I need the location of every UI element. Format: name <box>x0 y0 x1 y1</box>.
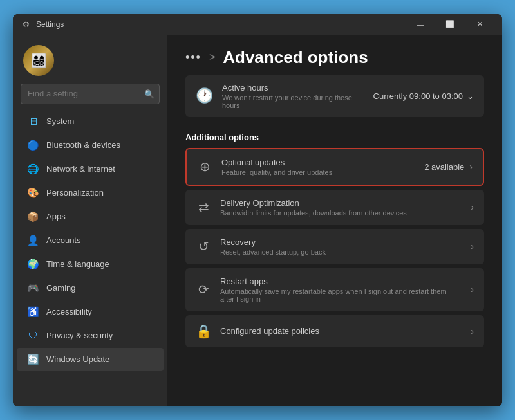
active-hours-chevron: ⌄ <box>467 91 474 101</box>
configured-update-policies-chevron: › <box>471 326 474 336</box>
restart-apps-text: Restart apps Automatically save my resta… <box>220 277 462 303</box>
recovery-subtitle: Reset, advanced startup, go back <box>220 248 462 256</box>
content-area: 👨‍👩‍👧‍👦 🔍 🖥 System 🔵 Bluetooth & devices… <box>13 35 502 406</box>
search-icon: 🔍 <box>144 89 154 98</box>
restart-apps-row[interactable]: ⟳ Restart apps Automatically save my res… <box>185 268 484 311</box>
recovery-text: Recovery Reset, advanced startup, go bac… <box>220 237 462 256</box>
titlebar-title: Settings <box>36 20 64 29</box>
configured-update-policies-title: Configured update policies <box>220 326 462 336</box>
recovery-chevron: › <box>471 241 474 251</box>
sidebar-item-label: System <box>46 116 74 126</box>
active-hours-subtitle: We won't restart your device during thes… <box>222 94 364 109</box>
sidebar-item-bluetooth[interactable]: 🔵 Bluetooth & devices <box>17 134 164 157</box>
sidebar-item-label: Accessibility <box>46 307 92 316</box>
optional-updates-icon: ⊕ <box>197 159 212 174</box>
restart-apps-icon: ⟳ <box>196 282 211 297</box>
optional-updates-row[interactable]: ⊕ Optional updates Feature, quality, and… <box>185 148 484 186</box>
optional-updates-right: 2 available › <box>424 161 473 172</box>
sidebar-item-accessibility[interactable]: ♿ Accessibility <box>17 300 164 324</box>
sidebar-item-label: Time & language <box>46 259 109 269</box>
minimize-button[interactable]: — <box>406 14 435 35</box>
active-hours-row[interactable]: 🕐 Active hours We won't restart your dev… <box>185 75 484 117</box>
sidebar-item-label: Windows Update <box>46 354 109 364</box>
windows-update-icon: 🔄 <box>27 354 39 365</box>
delivery-optimization-title: Delivery Optimization <box>220 198 462 208</box>
sidebar-item-label: Bluetooth & devices <box>46 140 120 150</box>
bluetooth-icon: 🔵 <box>27 140 39 151</box>
page-title: Advanced options <box>223 48 368 68</box>
breadcrumb-arrow: > <box>209 51 215 63</box>
optional-updates-title: Optional updates <box>221 158 415 167</box>
personalization-icon: 🎨 <box>27 187 39 199</box>
delivery-optimization-text: Delivery Optimization Bandwidth limits f… <box>220 198 462 217</box>
titlebar: ⚙ Settings — ⬜ ✕ <box>13 14 502 35</box>
recovery-icon: ↺ <box>196 239 211 254</box>
apps-icon: 📦 <box>27 211 39 223</box>
accounts-icon: 👤 <box>27 235 39 246</box>
main-header: ••• > Advanced options <box>167 35 502 75</box>
additional-options-title: Additional options <box>167 125 502 146</box>
system-icon: 🖥 <box>27 116 39 127</box>
optional-updates-badge: 2 available <box>424 162 464 172</box>
sidebar-item-time[interactable]: 🌍 Time & language <box>17 253 164 276</box>
configured-update-policies-text: Configured update policies <box>220 326 462 336</box>
active-hours-right: Currently 09:00 to 03:00 ⌄ <box>373 91 474 101</box>
sidebar-item-label: Network & internet <box>46 164 115 174</box>
sidebar-item-label: Accounts <box>46 235 80 245</box>
main-content: ••• > Advanced options 🕐 Active hours We… <box>167 35 502 406</box>
sidebar-item-network[interactable]: 🌐 Network & internet <box>17 158 164 181</box>
time-icon: 🌍 <box>27 259 39 270</box>
delivery-optimization-chevron: › <box>471 202 474 212</box>
avatar[interactable]: 👨‍👩‍👧‍👦 <box>23 45 54 76</box>
active-hours-title: Active hours <box>222 83 364 93</box>
settings-window: ⚙ Settings — ⬜ ✕ 👨‍👩‍👧‍👦 🔍 🖥 System <box>13 14 502 406</box>
sidebar-item-label: Personalization <box>46 188 104 197</box>
titlebar-controls: — ⬜ ✕ <box>406 14 494 35</box>
optional-updates-subtitle: Feature, quality, and driver updates <box>221 169 415 176</box>
restart-apps-subtitle: Automatically save my restartable apps w… <box>220 288 462 303</box>
optional-updates-text: Optional updates Feature, quality, and d… <box>221 158 415 176</box>
recovery-right: › <box>471 241 474 251</box>
sidebar-item-system[interactable]: 🖥 System <box>17 110 164 133</box>
privacy-icon: 🛡 <box>27 330 39 342</box>
sidebar-item-label: Privacy & security <box>46 331 113 340</box>
sidebar-nav: 🖥 System 🔵 Bluetooth & devices 🌐 Network… <box>13 109 167 401</box>
optional-updates-chevron: › <box>469 161 473 172</box>
accessibility-icon: ♿ <box>27 306 39 318</box>
restart-apps-right: › <box>471 284 474 295</box>
sidebar-item-apps[interactable]: 📦 Apps <box>17 205 164 228</box>
delivery-optimization-icon: ⇄ <box>196 199 211 215</box>
restart-apps-title: Restart apps <box>220 277 462 286</box>
sidebar-item-gaming[interactable]: 🎮 Gaming <box>17 277 164 300</box>
sidebar-item-label: Gaming <box>46 283 76 293</box>
delivery-optimization-row[interactable]: ⇄ Delivery Optimization Bandwidth limits… <box>185 190 484 225</box>
active-hours-text: Active hours We won't restart your devic… <box>222 83 364 109</box>
sidebar-item-windows-update[interactable]: 🔄 Windows Update <box>17 348 164 371</box>
delivery-optimization-subtitle: Bandwidth limits for updates, downloads … <box>220 209 462 217</box>
recovery-title: Recovery <box>220 237 462 247</box>
sidebar-item-label: Apps <box>46 212 66 221</box>
network-icon: 🌐 <box>27 163 39 175</box>
maximize-button[interactable]: ⬜ <box>435 14 465 35</box>
sidebar-item-privacy[interactable]: 🛡 Privacy & security <box>17 324 164 347</box>
search-box: 🔍 <box>21 84 160 104</box>
active-hours-value: Currently 09:00 to 03:00 <box>373 91 463 101</box>
breadcrumb-dots: ••• <box>185 51 201 64</box>
restart-apps-chevron: › <box>471 284 474 295</box>
configured-update-policies-row[interactable]: 🔒 Configured update policies › <box>185 315 484 347</box>
clock-icon: 🕐 <box>196 87 213 104</box>
titlebar-left: ⚙ Settings <box>21 19 64 30</box>
sidebar-item-personalization[interactable]: 🎨 Personalization <box>17 181 164 205</box>
configured-update-policies-icon: 🔒 <box>196 324 211 339</box>
gaming-icon: 🎮 <box>27 282 39 294</box>
settings-app-icon: ⚙ <box>21 19 31 30</box>
recovery-row[interactable]: ↺ Recovery Reset, advanced startup, go b… <box>185 229 484 264</box>
configured-update-policies-right: › <box>471 326 474 336</box>
close-button[interactable]: ✕ <box>465 14 494 35</box>
search-input[interactable] <box>21 84 160 104</box>
sidebar-item-accounts[interactable]: 👤 Accounts <box>17 229 164 252</box>
sidebar: 👨‍👩‍👧‍👦 🔍 🖥 System 🔵 Bluetooth & devices… <box>13 35 167 406</box>
sidebar-avatar: 👨‍👩‍👧‍👦 <box>13 35 167 81</box>
delivery-optimization-right: › <box>471 202 474 212</box>
